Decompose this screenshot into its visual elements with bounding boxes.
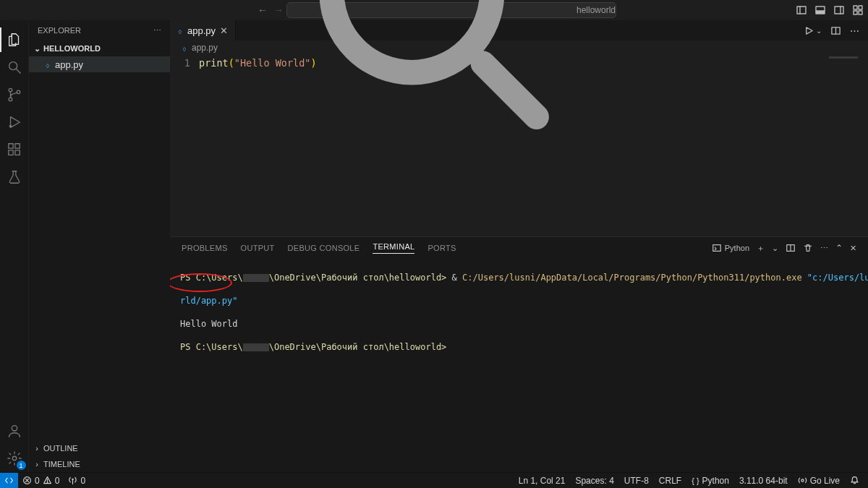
svg-rect-6 <box>816 11 825 14</box>
split-editor-icon[interactable] <box>830 25 841 36</box>
search-icon <box>7 59 22 75</box>
redacted-username <box>243 343 269 351</box>
editor-area: ⬨ app.py ✕ ⌄ ⋯ ⬨ app.py <box>170 20 868 472</box>
remote-button[interactable] <box>0 473 18 488</box>
panel-tab-problems[interactable]: PROBLEMS <box>182 244 228 252</box>
status-ln-col[interactable]: Ln 1, Col 21 <box>519 476 566 486</box>
layout-panel-icon[interactable] <box>814 4 826 16</box>
activity-scm[interactable] <box>0 81 29 108</box>
svg-point-19 <box>9 125 12 128</box>
panel-tab-ports[interactable]: PORTS <box>427 244 456 252</box>
broadcast-icon <box>798 476 807 485</box>
close-panel-icon[interactable]: ✕ <box>850 244 856 253</box>
svg-rect-7 <box>835 7 843 14</box>
redacted-username <box>243 274 269 282</box>
new-terminal-icon[interactable]: ＋ <box>757 243 765 254</box>
explorer-more-icon[interactable]: ⋯ <box>153 26 161 35</box>
terminal-profile-label: Python <box>725 244 749 252</box>
timeline-label: TIMELINE <box>43 460 80 468</box>
svg-point-15 <box>9 88 12 92</box>
panel-tab-output[interactable]: OUTPUT <box>241 244 275 252</box>
nav-forward-icon[interactable]: → <box>273 4 284 16</box>
outline-header[interactable]: › OUTLINE <box>29 440 170 456</box>
status-interpreter[interactable]: 3.11.0 64-bit <box>739 476 788 486</box>
svg-marker-26 <box>807 27 812 33</box>
term-line: PS C:\Users\\OneDrive\Рабочий стол\hello… <box>180 272 858 283</box>
split-terminal-icon[interactable] <box>786 243 796 253</box>
maximize-panel-icon[interactable]: ⌃ <box>835 243 843 253</box>
activity-accounts[interactable] <box>0 417 29 445</box>
status-encoding[interactable]: UTF-8 <box>624 476 649 486</box>
bell-icon <box>850 476 859 485</box>
svg-rect-9 <box>854 6 857 9</box>
files-icon <box>7 32 22 48</box>
svg-line-14 <box>16 69 20 74</box>
status-eol[interactable]: CRLF <box>659 476 681 486</box>
command-center[interactable]: helloworld <box>286 2 616 18</box>
panel-tab-bar: PROBLEMS OUTPUT DEBUG CONSOLE TERMINAL P… <box>170 237 868 259</box>
activity-testing[interactable] <box>0 163 29 191</box>
explorer-header: EXPLORER ⋯ <box>29 20 170 40</box>
layout-sidebar-right-icon[interactable] <box>833 4 845 16</box>
activity-explorer[interactable] <box>0 26 29 53</box>
status-indent[interactable]: Spaces: 4 <box>575 476 613 486</box>
tab-close-icon[interactable]: ✕ <box>220 25 228 36</box>
tab-active[interactable]: ⬨ app.py ✕ <box>170 20 236 40</box>
play-icon <box>804 25 814 36</box>
folder-header[interactable]: ⌄ HELLOWORLD <box>29 40 170 56</box>
remote-icon <box>4 476 14 485</box>
panel-tab-debug[interactable]: DEBUG CONSOLE <box>288 244 360 252</box>
warning-icon <box>43 476 52 485</box>
timeline-header[interactable]: › TIMELINE <box>29 456 170 472</box>
panel-actions: Python ＋ ⌄ ⋯ ⌃ ✕ <box>712 243 856 254</box>
python-file-icon: ⬨ <box>177 25 183 36</box>
tab-label: app.py <box>187 25 216 36</box>
svg-point-39 <box>801 479 804 481</box>
layout-sidebar-left-icon[interactable] <box>796 4 807 16</box>
svg-marker-18 <box>10 117 20 128</box>
terminal-profile[interactable]: Python <box>712 243 749 253</box>
code-line: print("Hello World") <box>199 56 317 69</box>
python-file-icon: ⬨ <box>45 59 51 70</box>
line-number: 1 <box>170 56 190 69</box>
svg-rect-29 <box>713 245 721 252</box>
nav-group: ← → <box>258 4 284 16</box>
status-language[interactable]: { } Python <box>692 476 729 486</box>
panel-more-icon[interactable]: ⋯ <box>820 244 828 253</box>
terminal-output[interactable]: PS C:\Users\\OneDrive\Рабочий стол\hello… <box>170 259 868 472</box>
activity-run[interactable] <box>0 108 29 136</box>
chevron-right-icon: › <box>32 460 42 468</box>
status-notifications[interactable] <box>850 476 859 485</box>
activity-settings[interactable]: 1 <box>0 445 29 472</box>
outline-label: OUTLINE <box>43 444 78 453</box>
svg-rect-10 <box>859 6 862 9</box>
branch-icon <box>7 87 22 103</box>
term-line-output: Hello World <box>180 318 858 330</box>
svg-point-16 <box>9 98 12 101</box>
error-icon <box>22 476 32 485</box>
svg-rect-23 <box>14 144 19 148</box>
activity-search[interactable] <box>0 53 29 81</box>
status-ports[interactable]: 0 <box>68 476 85 486</box>
run-button[interactable]: ⌄ <box>804 25 822 36</box>
customize-layout-icon[interactable] <box>852 4 864 16</box>
trash-icon[interactable] <box>803 243 813 253</box>
panel-tab-terminal[interactable]: TERMINAL <box>373 242 414 254</box>
nav-back-icon[interactable]: ← <box>258 4 268 16</box>
explorer-title: EXPLORER <box>38 26 81 35</box>
folder-name: HELLOWORLD <box>43 44 101 53</box>
status-errors[interactable]: 0 0 <box>22 476 59 486</box>
chevron-down-icon[interactable]: ⌄ <box>772 244 778 253</box>
editor-more-icon[interactable]: ⋯ <box>850 25 859 36</box>
code-editor[interactable]: 1 print("Hello World") <box>170 55 868 236</box>
chevron-down-icon: ⌄ <box>32 44 42 53</box>
file-row[interactable]: ⬨ app.py <box>29 56 170 72</box>
status-go-live[interactable]: Go Live <box>798 476 840 486</box>
svg-point-36 <box>47 482 48 483</box>
minimap[interactable] <box>825 55 868 67</box>
term-line: PS C:\Users\\OneDrive\Рабочий стол\hello… <box>180 341 858 353</box>
svg-point-25 <box>12 456 17 461</box>
beaker-icon <box>7 169 22 185</box>
activity-extensions[interactable] <box>0 136 29 163</box>
svg-point-17 <box>17 90 20 94</box>
